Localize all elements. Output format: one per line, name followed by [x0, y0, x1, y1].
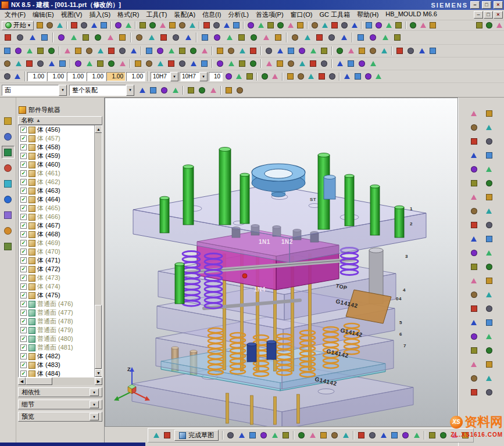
toolbar-icon[interactable]	[113, 20, 123, 30]
toolbar-icon[interactable]	[356, 58, 367, 69]
toolbar-icon[interactable]	[391, 31, 403, 44]
navigator-item[interactable]: ✓体 (466)	[19, 213, 94, 221]
toolbar-icon[interactable]	[484, 220, 494, 230]
checkbox-checked-icon[interactable]: ✓	[20, 327, 27, 333]
navigator-item[interactable]: ✓体 (456)	[19, 125, 94, 134]
navigator-item[interactable]: ✓体 (462)	[19, 178, 94, 186]
toolbar-icon[interactable]	[270, 71, 280, 82]
toolbar-icon[interactable]	[177, 45, 188, 56]
checkbox-checked-icon[interactable]: ✓	[20, 161, 27, 168]
toolbar-icon[interactable]	[378, 430, 389, 441]
toolbar-icon[interactable]	[469, 108, 479, 118]
toolbar-icon[interactable]	[177, 20, 187, 30]
scroll-up-icon[interactable]: ▲	[95, 125, 102, 133]
menu-item[interactable]: 分析(L)	[224, 10, 252, 20]
chevron-down-icon[interactable]: ▾	[90, 401, 99, 408]
toolbar-icon[interactable]	[378, 45, 389, 56]
toolbar-icon[interactable]	[123, 20, 133, 30]
param-field-2[interactable]: 1.00	[47, 72, 66, 81]
toolbar-icon[interactable]	[166, 45, 177, 56]
toolbar-icon[interactable]	[57, 58, 68, 69]
toolbar-icon[interactable]	[373, 71, 384, 82]
toolbar-icon[interactable]	[400, 430, 411, 441]
toolbar-icon[interactable]	[92, 31, 104, 44]
section-bar[interactable]: 预览▾	[18, 412, 102, 422]
toolbar-icon[interactable]	[13, 45, 24, 56]
toolbar-icon[interactable]	[469, 289, 479, 300]
tolerance-combo-1[interactable]: 10H7 ▾	[151, 72, 178, 81]
toolbar-icon[interactable]	[12, 71, 23, 82]
toolbar-icon[interactable]	[14, 31, 26, 44]
navigator-item[interactable]: ✓体 (472)	[19, 265, 94, 274]
scroll-right-icon[interactable]: ▶	[95, 377, 102, 385]
selection-scope-dropdown[interactable]: 整个装配 ▾	[69, 85, 134, 96]
constraint-navigator-icon[interactable]	[2, 130, 15, 143]
toolbar-icon[interactable]	[226, 45, 237, 56]
navigator-item[interactable]: ✓体 (475)	[19, 291, 94, 300]
navigator-item[interactable]: ✓体 (465)	[19, 204, 94, 213]
toolbar-icon[interactable]	[211, 31, 223, 44]
toolbar-icon[interactable]	[469, 247, 479, 258]
toolbar-icon[interactable]	[62, 45, 73, 56]
checkbox-checked-icon[interactable]: ✓	[20, 344, 27, 351]
toolbar-icon[interactable]	[79, 20, 89, 30]
checkbox-checked-icon[interactable]: ✓	[20, 353, 27, 359]
toolbar-icon[interactable]	[367, 31, 379, 44]
toolbar-icon[interactable]	[345, 45, 356, 56]
toolbar-icon[interactable]	[35, 58, 46, 69]
toolbar-icon[interactable]	[67, 31, 80, 44]
toolbar-icon[interactable]	[469, 261, 479, 272]
toolbar-icon[interactable]	[258, 430, 269, 441]
toolbar-icon[interactable]	[342, 71, 352, 82]
navigator-item[interactable]: ✓体 (467)	[19, 221, 94, 230]
toolbar-icon[interactable]	[236, 430, 247, 441]
toolbar-icon[interactable]	[269, 430, 280, 441]
toolbar-icon[interactable]	[356, 430, 367, 441]
toolbar-icon[interactable]	[318, 430, 329, 441]
toolbar-icon[interactable]	[319, 58, 330, 69]
toolbar-icon[interactable]	[151, 430, 162, 441]
tolerance-combo-2[interactable]: 10H7 ▾	[180, 72, 208, 81]
toolbar-icon[interactable]	[469, 345, 479, 355]
toolbar-icon[interactable]	[374, 20, 384, 30]
toolbar-icon[interactable]	[26, 31, 38, 44]
toolbar-icon[interactable]	[319, 45, 330, 56]
toolbar-icon[interactable]	[167, 20, 177, 30]
param-field-1[interactable]: 1.00	[27, 72, 47, 81]
toolbar-icon[interactable]	[310, 20, 320, 30]
toolbar-icon[interactable]	[295, 20, 305, 30]
toolbar-icon[interactable]	[106, 58, 117, 69]
toolbar-icon[interactable]	[185, 85, 196, 96]
toolbar-icon[interactable]	[133, 58, 144, 69]
toolbar-icon[interactable]	[2, 31, 14, 44]
toolbar-icon[interactable]	[469, 331, 479, 341]
toolbar-icon[interactable]	[84, 58, 95, 69]
toolbar-icon[interactable]	[484, 164, 494, 174]
toolbar-icon[interactable]	[352, 71, 363, 82]
toolbar-icon[interactable]	[247, 430, 258, 441]
toolbar-icon[interactable]	[484, 122, 494, 132]
reuse-library-icon[interactable]	[2, 161, 15, 174]
roles-icon[interactable]	[2, 240, 15, 253]
toolbar-icon[interactable]	[104, 31, 116, 44]
toolbar-icon[interactable]	[234, 85, 245, 96]
param-field-3[interactable]: 1.00	[67, 72, 86, 81]
checkbox-checked-icon[interactable]: ✓	[20, 275, 27, 281]
navigator-item[interactable]: ✓普通面 (481)	[19, 343, 94, 352]
scroll-down-icon[interactable]: ▼	[95, 369, 102, 377]
toolbar-icon[interactable]	[13, 58, 24, 69]
toolbar-icon[interactable]	[469, 303, 479, 314]
toolbar-icon[interactable]	[73, 58, 84, 69]
toolbar-icon[interactable]	[45, 20, 55, 30]
toolbar-icon[interactable]	[80, 31, 92, 44]
toolbar-icon[interactable]	[484, 20, 494, 30]
chevron-down-icon[interactable]: ▾	[90, 389, 99, 396]
toolbar-icon[interactable]	[469, 387, 479, 397]
toolbar-icon[interactable]	[469, 206, 479, 216]
navigator-item[interactable]: ✓普通面 (477)	[19, 308, 94, 317]
toolbar-icon[interactable]	[427, 45, 438, 56]
toolbar-icon[interactable]	[148, 20, 158, 30]
checkbox-checked-icon[interactable]: ✓	[20, 231, 27, 238]
toolbar-icon[interactable]	[117, 45, 128, 56]
checkbox-checked-icon[interactable]: ✓	[20, 214, 27, 220]
